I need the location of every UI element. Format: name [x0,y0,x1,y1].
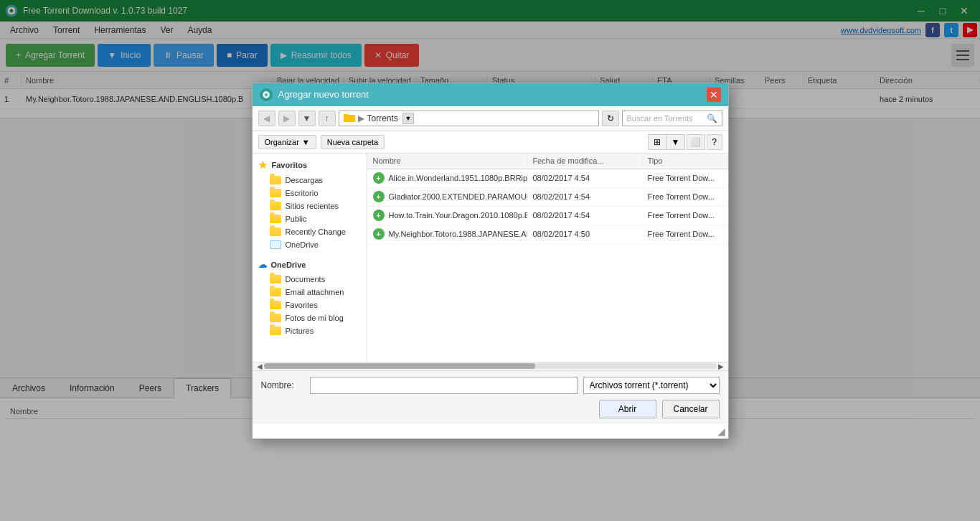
dialog-title: Agregar nuevo torrent [278,89,707,100]
breadcrumb: ▶ Torrents ▼ [344,112,414,118]
search-box: Buscar en Torrents 🔍 [622,111,722,119]
dialog-icon [260,88,273,101]
dialog-address-bar: ◀ ▶ ▼ ↑ ▶ Torrents ▼ ↻ [253,106,728,119]
file-dialog: Agregar nuevo torrent ✕ ◀ ▶ ▼ ↑ ▶ Torren [252,83,729,119]
search-placeholder: Buscar en Torrents [627,114,693,119]
folder-icon-addr [344,112,355,118]
dialog-close-button[interactable]: ✕ [707,88,721,102]
refresh-button[interactable]: ↻ [602,111,619,119]
dropdown-button[interactable]: ▼ [298,111,316,119]
forward-button[interactable]: ▶ [278,111,296,119]
up-button[interactable]: ↑ [319,111,336,119]
back-button[interactable]: ◀ [258,111,275,119]
path-torrents[interactable]: Torrents [367,113,398,119]
dialog-title-bar: Agregar nuevo torrent ✕ [253,83,728,106]
address-box[interactable]: ▶ Torrents ▼ [339,111,599,119]
path-dropdown[interactable]: ▼ [402,113,414,119]
search-icon: 🔍 [707,113,717,119]
svg-rect-3 [344,114,349,117]
dialog-overlay: Agregar nuevo torrent ✕ ◀ ▶ ▼ ↑ ▶ Torren [0,0,980,118]
